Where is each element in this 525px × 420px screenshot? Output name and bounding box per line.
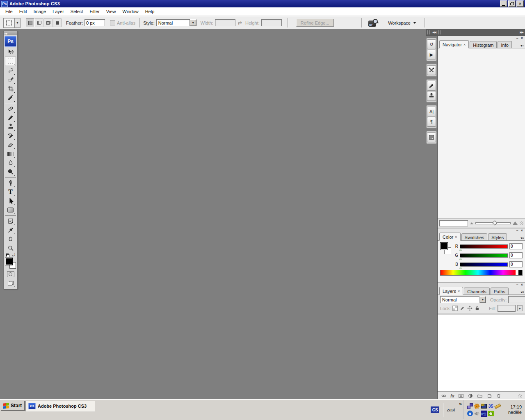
panel-menu-icon[interactable]: ▾≡ [520,290,524,294]
tool-dodge[interactable] [5,167,16,176]
anti-alias-checkbox[interactable] [110,20,115,25]
blend-mode-dropdown-arrow[interactable]: ▼ [479,296,486,303]
lock-all-icon[interactable] [475,306,480,311]
panel-resize-grip[interactable] [518,394,522,397]
green-value-input[interactable] [509,252,523,258]
tool-shape[interactable] [5,205,16,215]
collapse-dock-icon[interactable]: ◀◀ [432,31,436,34]
screen-mode-button[interactable] [5,278,16,288]
canvas-area[interactable]: ▶▶ Ps [0,29,525,399]
delete-layer-icon[interactable] [496,393,502,399]
red-slider-thumb[interactable] [459,248,462,251]
close-button[interactable]: × [516,0,524,7]
workspace-menu[interactable]: Workspace [388,21,416,25]
layer-style-icon[interactable]: fx [450,393,454,398]
menu-select[interactable]: Select [67,8,87,15]
tab-paths[interactable]: Paths [491,288,509,294]
color-foreground-swatch[interactable] [440,242,448,250]
toolbox-expand-icon[interactable]: ▶▶ [4,31,17,35]
add-layer-mask-icon[interactable] [458,393,464,399]
wireless-tray-icon[interactable]: ((•)) [481,411,487,417]
width-input[interactable] [215,19,235,26]
tab-close-icon[interactable]: × [455,235,457,239]
green-slider-thumb[interactable] [459,257,462,260]
a-application-tray-icon[interactable]: a [467,411,473,416]
clone-source-panel-button[interactable] [427,91,436,101]
title-bar[interactable]: Ps Adobe Photoshop CS3 × [0,0,525,7]
new-group-icon[interactable] [477,393,483,399]
lock-transparency-icon[interactable] [452,306,458,311]
tool-brush[interactable] [5,113,16,122]
style-combobox[interactable]: Normal ▼ [156,19,196,26]
start-button[interactable]: Start [1,401,25,411]
dock-header[interactable]: ◀◀ ▶▶ [426,29,525,36]
tool-hand[interactable] [5,235,16,244]
lock-pixels-icon[interactable] [460,306,465,311]
red-slider[interactable] [460,244,508,249]
swap-colors-icon[interactable]: ⤾ [12,253,16,257]
display-monitor-tray-icon[interactable]: 99 [481,403,487,409]
paragraph-panel-button[interactable]: ¶ [427,117,436,127]
tool-healing-brush[interactable] [5,104,16,113]
menu-file[interactable]: File [2,8,16,15]
panel-menu-icon[interactable]: ▾≡ [520,44,524,48]
navigator-zoom-slider[interactable] [475,222,511,224]
foreground-color-swatch[interactable] [5,258,13,265]
navigator-zoom-input[interactable] [439,220,468,226]
tool-blur[interactable] [5,158,16,167]
tab-close-icon[interactable]: × [463,43,466,47]
menu-layer[interactable]: Layer [49,8,67,15]
zoom-in-icon[interactable] [513,221,518,225]
default-colors-icon[interactable] [6,253,9,257]
tab-close-icon[interactable]: × [458,289,460,293]
selection-mode-new-button[interactable] [26,18,34,27]
character-panel-button[interactable]: A| [427,107,436,116]
selection-mode-intersect-button[interactable] [53,18,62,27]
menu-window[interactable]: Window [119,8,142,15]
layer-comps-panel-button[interactable] [427,132,436,142]
menu-filter[interactable]: Filter [86,8,103,15]
tool-clone-stamp[interactable] [5,122,16,131]
go-to-bridge-button[interactable]: Br [368,19,378,27]
fill-slider-arrow[interactable]: ▶ [517,305,523,311]
brushes-panel-button[interactable] [427,81,436,91]
tab-color[interactable]: Color × [439,233,461,241]
tab-layers[interactable]: Layers × [439,287,463,295]
tool-move[interactable] [5,48,16,57]
tool-path-selection[interactable] [5,196,16,205]
actions-panel-button[interactable]: ▶ [427,50,436,59]
opacity-input[interactable] [508,296,525,303]
network-places-tray-icon[interactable] [467,403,473,409]
tool-eyedropper[interactable] [5,226,16,235]
tool-pen[interactable] [5,178,16,187]
panel-close-icon[interactable]: × [521,37,523,40]
height-input[interactable] [261,19,282,26]
dock-grip[interactable] [427,30,430,34]
swap-dimensions-icon[interactable]: ⇄ [238,20,242,26]
feather-input[interactable] [84,19,105,26]
tab-histogram[interactable]: Histogram [470,41,497,48]
tool-type[interactable]: T [5,187,16,196]
red-value-input[interactable] [509,243,523,249]
clock-time[interactable]: 17:19 [503,404,522,410]
gold-pen-tray-icon[interactable] [495,403,501,409]
expand-dock-icon[interactable]: ▶▶ [520,31,523,34]
volume-tray-icon[interactable] [474,411,480,417]
blue-value-input[interactable] [509,261,523,267]
settings-gear-tray-icon[interactable] [474,403,480,409]
tray-chevron[interactable]: » [459,401,462,407]
menu-help[interactable]: Help [142,8,158,15]
panel-minimize-icon[interactable]: − [516,37,518,40]
fill-input[interactable] [498,305,516,312]
lock-position-icon[interactable] [467,306,472,311]
green-slider[interactable] [460,253,508,258]
panel-minimize-icon[interactable]: − [516,229,518,233]
tool-preset-picker[interactable]: ▼ [3,18,21,28]
preset-dropdown-arrow[interactable]: ▼ [15,18,21,28]
tool-notes[interactable] [5,217,16,226]
tab-styles[interactable]: Styles [488,233,507,240]
layers-list[interactable] [438,315,525,392]
menu-view[interactable]: View [103,8,119,15]
blue-slider-thumb[interactable] [459,266,462,269]
zoom-out-icon[interactable] [470,222,473,224]
